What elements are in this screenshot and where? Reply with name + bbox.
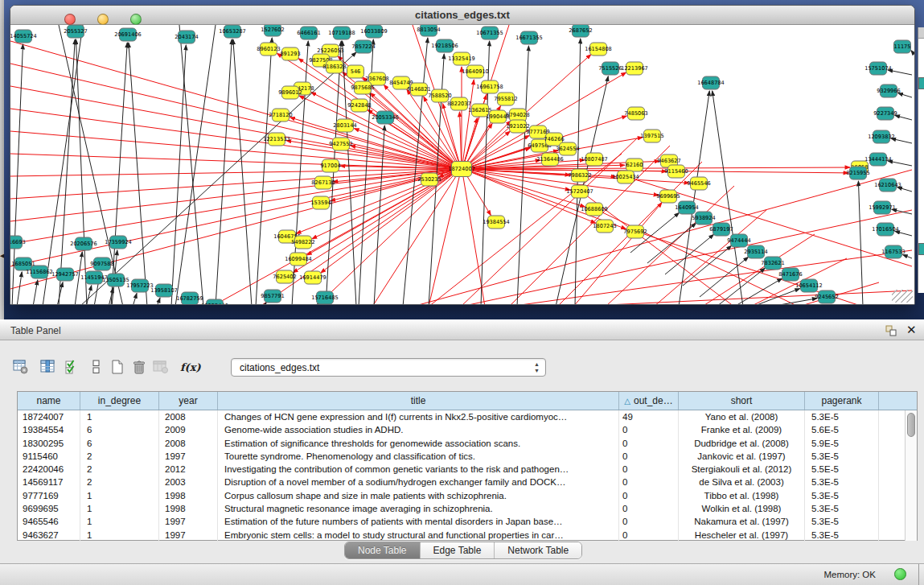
graph-node[interactable]: 9245652 bbox=[815, 290, 838, 303]
graph-node[interactable]: 8813054 bbox=[417, 25, 440, 36]
tab-network-table[interactable]: Network Table bbox=[495, 542, 581, 558]
graph-node[interactable]: 20053346 bbox=[372, 111, 399, 124]
graph-node[interactable]: 18724007 bbox=[448, 162, 475, 177]
graph-node[interactable]: 62160 bbox=[626, 159, 643, 171]
graph-node[interactable]: 7857224 bbox=[351, 40, 375, 53]
graph-node[interactable]: 917004 bbox=[320, 159, 340, 172]
table-row[interactable]: 969969511998Structural magnetic resonanc… bbox=[18, 502, 917, 515]
table-row[interactable]: 1872400712008Changes of HCN gene express… bbox=[18, 410, 917, 423]
table-settings-icon[interactable] bbox=[13, 360, 29, 374]
graph-node[interactable]: 8215955 bbox=[846, 167, 869, 179]
close-panel-icon[interactable]: ✕ bbox=[906, 323, 917, 337]
graph-node[interactable]: 2687652 bbox=[569, 25, 592, 37]
graph-node[interactable]: 6466161 bbox=[297, 27, 320, 39]
graph-node[interactable]: 16671355 bbox=[515, 31, 543, 44]
graph-node[interactable]: 1397515 bbox=[640, 130, 663, 142]
graph-node[interactable]: 20691406 bbox=[114, 28, 142, 41]
memory-ok-indicator-icon[interactable] bbox=[894, 568, 906, 580]
graph-node[interactable]: 16154808 bbox=[585, 43, 612, 56]
network-canvas[interactable]: 1405572420553272069140620431741065328715… bbox=[10, 25, 914, 304]
graph-node[interactable]: 15716485 bbox=[311, 291, 339, 304]
column-header-in_degree[interactable]: in_degree bbox=[80, 392, 159, 410]
table-row[interactable]: 977716911998Corpus callosum shape and si… bbox=[18, 489, 917, 502]
graph-node[interactable]: 19218506 bbox=[431, 39, 458, 52]
graph-node[interactable]: 15720407 bbox=[566, 185, 593, 198]
table-row[interactable]: 1938455462009Genome-wide association stu… bbox=[18, 423, 917, 436]
graph-node[interactable]: 9227349 bbox=[873, 107, 897, 120]
function-builder-icon[interactable]: f(x) bbox=[180, 360, 196, 374]
float-window-icon[interactable] bbox=[885, 324, 897, 337]
splitter-collapse-icon[interactable]: ◀ bbox=[0, 253, 4, 258]
table-row[interactable]: 1456911722003Disruption of a novel membe… bbox=[18, 476, 917, 488]
graph-node[interactable]: 1807243 bbox=[593, 220, 616, 233]
graph-node[interactable]: 8960123 bbox=[257, 43, 280, 56]
column-header-out_de[interactable]: △out_de… bbox=[619, 392, 679, 410]
table-row[interactable]: 946554611997Estimation of the future num… bbox=[18, 515, 917, 528]
graph-node[interactable]: 2718120 bbox=[269, 109, 292, 122]
tab-node-table[interactable]: Node Table bbox=[345, 542, 421, 558]
graph-node[interactable]: 10719188 bbox=[328, 27, 355, 39]
graph-node[interactable]: 17359924 bbox=[105, 236, 132, 249]
graph-node[interactable]: 13958107 bbox=[150, 284, 178, 297]
graph-node[interactable]: 12213533 bbox=[263, 133, 290, 146]
graph-node[interactable]: 7515526 bbox=[598, 62, 622, 75]
graph-node[interactable]: 7485063 bbox=[624, 107, 647, 120]
table-row[interactable]: 946362711997Embryonic stem cells: a mode… bbox=[18, 529, 917, 542]
graph-node[interactable]: 1167533 bbox=[881, 245, 905, 258]
graph-node[interactable]: 9875685 bbox=[351, 81, 374, 94]
graph-node[interactable]: 16033809 bbox=[360, 25, 388, 38]
select-columns-icon[interactable] bbox=[40, 360, 56, 374]
graph-node[interactable]: 8471676 bbox=[778, 268, 802, 281]
graph-node[interactable]: 10653287 bbox=[219, 25, 246, 38]
graph-node[interactable]: 5938924 bbox=[692, 212, 715, 225]
panel-splitter[interactable]: ◀ bbox=[0, 0, 4, 319]
select-rows-icon[interactable] bbox=[64, 360, 80, 374]
table-row[interactable]: 2242004622012Investigating the contribut… bbox=[18, 463, 917, 476]
graph-node[interactable]: 10671355 bbox=[476, 27, 503, 39]
graph-node[interactable]: 9329966 bbox=[877, 84, 900, 97]
graph-node[interactable]: 12923446 bbox=[201, 299, 228, 304]
graph-node[interactable]: 9242848 bbox=[347, 99, 371, 112]
graph-node[interactable]: 10654112 bbox=[795, 279, 823, 292]
graph-node[interactable]: 153594 bbox=[310, 196, 331, 209]
graph-node[interactable]: 15992971 bbox=[869, 201, 896, 214]
import-table-icon[interactable] bbox=[153, 360, 169, 374]
graph-node[interactable]: 1527602 bbox=[261, 25, 284, 36]
graph-node[interactable]: 1640954 bbox=[675, 201, 698, 214]
graph-node[interactable]: 8186328 bbox=[322, 60, 346, 73]
graph-node[interactable]: 18640910 bbox=[462, 65, 489, 78]
graph-node[interactable]: 17016504 bbox=[872, 223, 899, 236]
graph-node[interactable]: 8822037 bbox=[447, 97, 470, 110]
new-table-icon[interactable] bbox=[109, 360, 125, 374]
graph-node[interactable]: 546 bbox=[347, 65, 364, 78]
graph-node[interactable]: 9474444 bbox=[727, 234, 750, 247]
window-resize-grip[interactable] bbox=[892, 290, 913, 303]
graph-node[interactable]: 8267130 bbox=[311, 176, 335, 189]
graph-node[interactable]: 16648784 bbox=[697, 76, 725, 89]
graph-node[interactable]: 2530235 bbox=[417, 173, 441, 186]
graph-node[interactable]: 17957223 bbox=[126, 279, 154, 292]
graph-node[interactable]: 13325419 bbox=[448, 52, 475, 65]
graph-node[interactable]: 9115460 bbox=[664, 165, 688, 178]
graph-node[interactable]: 891293 bbox=[280, 47, 300, 60]
graph-node[interactable]: 7832621 bbox=[761, 257, 784, 270]
graph-node[interactable]: 7955812 bbox=[494, 93, 517, 105]
graph-node[interactable]: 9146821 bbox=[407, 83, 430, 96]
graph-node[interactable]: 19384554 bbox=[483, 216, 510, 229]
graph-node[interactable]: 9896012 bbox=[278, 86, 302, 99]
graph-node[interactable]: 9465546 bbox=[687, 177, 710, 190]
graph-node[interactable]: 5498222 bbox=[291, 236, 314, 249]
graph-node[interactable]: 16210643 bbox=[874, 179, 901, 192]
background-window-sliver[interactable] bbox=[918, 27, 924, 293]
graph-node[interactable]: 12093832 bbox=[868, 130, 895, 143]
tab-edge-table[interactable]: Edge Table bbox=[421, 542, 495, 558]
graph-node[interactable]: 7625402 bbox=[273, 270, 296, 283]
row-height-icon[interactable] bbox=[88, 360, 105, 374]
graph-node[interactable]: 16961758 bbox=[476, 80, 503, 93]
column-header-year[interactable]: year bbox=[159, 392, 218, 410]
column-header-name[interactable]: name bbox=[18, 392, 80, 410]
graph-node[interactable]: 12942757 bbox=[51, 268, 79, 281]
graph-node[interactable]: 7986322 bbox=[568, 169, 591, 182]
graph-node[interactable]: 15751074 bbox=[864, 62, 892, 75]
graph-node[interactable]: 9699695 bbox=[656, 190, 680, 203]
